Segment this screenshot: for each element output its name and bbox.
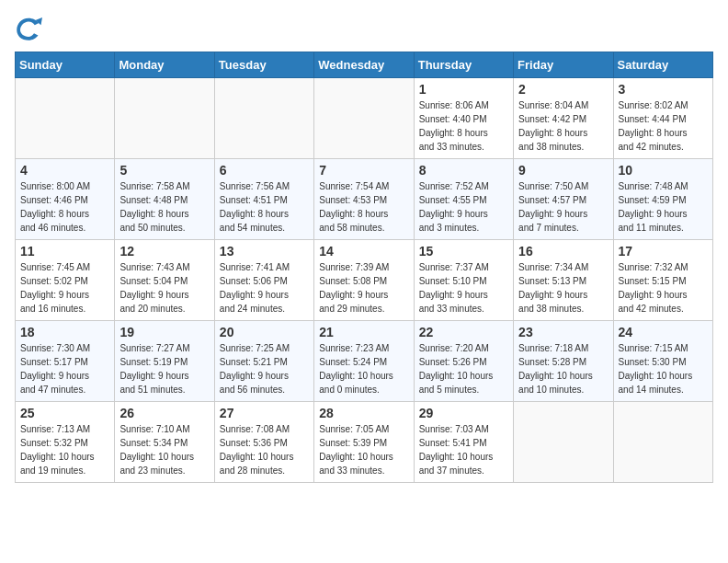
day-detail: Sunrise: 7:25 AM Sunset: 5:21 PM Dayligh… xyxy=(220,341,309,396)
calendar-cell: 28Sunrise: 7:05 AM Sunset: 5:39 PM Dayli… xyxy=(314,402,414,483)
calendar-cell: 18Sunrise: 7:30 AM Sunset: 5:17 PM Dayli… xyxy=(16,321,115,402)
day-number: 5 xyxy=(119,163,209,178)
day-detail: Sunrise: 7:43 AM Sunset: 5:04 PM Dayligh… xyxy=(119,260,209,316)
calendar-cell xyxy=(214,78,313,159)
day-number: 20 xyxy=(220,325,309,339)
calendar-cell: 19Sunrise: 7:27 AM Sunset: 5:19 PM Dayli… xyxy=(115,321,214,402)
logo xyxy=(15,15,46,42)
day-number: 12 xyxy=(119,244,209,259)
day-number: 21 xyxy=(319,325,408,339)
day-detail: Sunrise: 7:50 AM Sunset: 4:57 PM Dayligh… xyxy=(518,179,608,235)
day-detail: Sunrise: 7:13 AM Sunset: 5:32 PM Dayligh… xyxy=(20,422,109,477)
day-detail: Sunrise: 8:06 AM Sunset: 4:40 PM Dayligh… xyxy=(419,98,508,154)
day-number: 26 xyxy=(119,406,209,420)
calendar-cell: 1Sunrise: 8:06 AM Sunset: 4:40 PM Daylig… xyxy=(414,78,513,159)
day-number: 22 xyxy=(419,325,508,339)
day-detail: Sunrise: 7:37 AM Sunset: 5:10 PM Dayligh… xyxy=(419,260,508,316)
day-detail: Sunrise: 7:39 AM Sunset: 5:08 PM Dayligh… xyxy=(319,260,408,316)
weekday-header-wednesday: Wednesday xyxy=(314,52,414,78)
day-number: 10 xyxy=(619,163,708,178)
day-detail: Sunrise: 8:00 AM Sunset: 4:46 PM Dayligh… xyxy=(20,179,109,235)
day-detail: Sunrise: 7:41 AM Sunset: 5:06 PM Dayligh… xyxy=(220,260,309,316)
weekday-header-tuesday: Tuesday xyxy=(214,52,313,78)
day-detail: Sunrise: 7:27 AM Sunset: 5:19 PM Dayligh… xyxy=(119,341,209,396)
weekday-header-monday: Monday xyxy=(115,52,214,78)
day-detail: Sunrise: 7:32 AM Sunset: 5:15 PM Dayligh… xyxy=(619,260,708,316)
day-detail: Sunrise: 7:03 AM Sunset: 5:41 PM Dayligh… xyxy=(419,422,508,477)
calendar-cell xyxy=(514,402,613,483)
day-number: 3 xyxy=(619,82,708,97)
day-number: 4 xyxy=(20,163,109,178)
day-number: 16 xyxy=(518,244,608,259)
day-detail: Sunrise: 7:23 AM Sunset: 5:24 PM Dayligh… xyxy=(319,341,408,396)
logo-icon xyxy=(15,15,42,42)
day-number: 2 xyxy=(518,82,608,97)
calendar-cell: 16Sunrise: 7:34 AM Sunset: 5:13 PM Dayli… xyxy=(514,240,613,321)
day-detail: Sunrise: 8:02 AM Sunset: 4:44 PM Dayligh… xyxy=(619,98,708,154)
calendar-cell: 11Sunrise: 7:45 AM Sunset: 5:02 PM Dayli… xyxy=(16,240,115,321)
calendar-cell: 3Sunrise: 8:02 AM Sunset: 4:44 PM Daylig… xyxy=(613,78,712,159)
weekday-header-sunday: Sunday xyxy=(16,52,115,78)
calendar-cell: 6Sunrise: 7:56 AM Sunset: 4:51 PM Daylig… xyxy=(214,159,313,240)
weekday-header-row: SundayMondayTuesdayWednesdayThursdayFrid… xyxy=(16,52,713,78)
day-detail: Sunrise: 7:30 AM Sunset: 5:17 PM Dayligh… xyxy=(20,341,109,396)
calendar-cell: 10Sunrise: 7:48 AM Sunset: 4:59 PM Dayli… xyxy=(613,159,712,240)
calendar-cell: 5Sunrise: 7:58 AM Sunset: 4:48 PM Daylig… xyxy=(115,159,214,240)
day-number: 11 xyxy=(20,244,109,259)
weekday-header-friday: Friday xyxy=(514,52,613,78)
calendar-cell: 27Sunrise: 7:08 AM Sunset: 5:36 PM Dayli… xyxy=(214,402,313,483)
day-number: 23 xyxy=(518,325,608,339)
calendar-cell: 8Sunrise: 7:52 AM Sunset: 4:55 PM Daylig… xyxy=(414,159,513,240)
day-number: 9 xyxy=(518,163,608,178)
calendar-cell: 25Sunrise: 7:13 AM Sunset: 5:32 PM Dayli… xyxy=(16,402,115,483)
weekday-header-thursday: Thursday xyxy=(414,52,513,78)
day-detail: Sunrise: 7:52 AM Sunset: 4:55 PM Dayligh… xyxy=(419,179,508,235)
calendar-cell xyxy=(613,402,712,483)
day-detail: Sunrise: 7:18 AM Sunset: 5:28 PM Dayligh… xyxy=(518,341,608,396)
calendar-cell: 26Sunrise: 7:10 AM Sunset: 5:34 PM Dayli… xyxy=(115,402,214,483)
day-number: 27 xyxy=(220,406,309,420)
calendar-cell: 2Sunrise: 8:04 AM Sunset: 4:42 PM Daylig… xyxy=(514,78,613,159)
calendar-cell: 15Sunrise: 7:37 AM Sunset: 5:10 PM Dayli… xyxy=(414,240,513,321)
calendar-cell: 14Sunrise: 7:39 AM Sunset: 5:08 PM Dayli… xyxy=(314,240,414,321)
day-detail: Sunrise: 7:56 AM Sunset: 4:51 PM Dayligh… xyxy=(220,179,309,235)
day-detail: Sunrise: 7:15 AM Sunset: 5:30 PM Dayligh… xyxy=(619,341,708,396)
calendar-cell: 21Sunrise: 7:23 AM Sunset: 5:24 PM Dayli… xyxy=(314,321,414,402)
day-detail: Sunrise: 7:20 AM Sunset: 5:26 PM Dayligh… xyxy=(419,341,508,396)
day-detail: Sunrise: 7:48 AM Sunset: 4:59 PM Dayligh… xyxy=(619,179,708,235)
day-number: 14 xyxy=(319,244,408,259)
day-number: 19 xyxy=(119,325,209,339)
calendar-week-2: 11Sunrise: 7:45 AM Sunset: 5:02 PM Dayli… xyxy=(16,240,713,321)
weekday-header-saturday: Saturday xyxy=(613,52,712,78)
day-number: 18 xyxy=(20,325,109,339)
day-number: 6 xyxy=(220,163,309,178)
day-number: 29 xyxy=(419,406,508,420)
day-detail: Sunrise: 7:54 AM Sunset: 4:53 PM Dayligh… xyxy=(319,179,408,235)
calendar-cell: 24Sunrise: 7:15 AM Sunset: 5:30 PM Dayli… xyxy=(613,321,712,402)
calendar-cell xyxy=(16,78,115,159)
calendar-cell: 29Sunrise: 7:03 AM Sunset: 5:41 PM Dayli… xyxy=(414,402,513,483)
calendar-cell xyxy=(115,78,214,159)
day-detail: Sunrise: 8:04 AM Sunset: 4:42 PM Dayligh… xyxy=(518,98,608,154)
calendar-cell: 9Sunrise: 7:50 AM Sunset: 4:57 PM Daylig… xyxy=(514,159,613,240)
calendar-body: 1Sunrise: 8:06 AM Sunset: 4:40 PM Daylig… xyxy=(16,78,713,483)
day-detail: Sunrise: 7:08 AM Sunset: 5:36 PM Dayligh… xyxy=(220,422,309,477)
page-header xyxy=(15,15,713,42)
calendar-cell: 23Sunrise: 7:18 AM Sunset: 5:28 PM Dayli… xyxy=(514,321,613,402)
day-number: 28 xyxy=(319,406,408,420)
calendar-week-3: 18Sunrise: 7:30 AM Sunset: 5:17 PM Dayli… xyxy=(16,321,713,402)
day-number: 15 xyxy=(419,244,508,259)
calendar-week-1: 4Sunrise: 8:00 AM Sunset: 4:46 PM Daylig… xyxy=(16,159,713,240)
calendar-cell: 4Sunrise: 8:00 AM Sunset: 4:46 PM Daylig… xyxy=(16,159,115,240)
day-number: 8 xyxy=(419,163,508,178)
calendar-cell: 13Sunrise: 7:41 AM Sunset: 5:06 PM Dayli… xyxy=(214,240,313,321)
calendar-cell: 22Sunrise: 7:20 AM Sunset: 5:26 PM Dayli… xyxy=(414,321,513,402)
calendar-cell xyxy=(314,78,414,159)
calendar-cell: 20Sunrise: 7:25 AM Sunset: 5:21 PM Dayli… xyxy=(214,321,313,402)
calendar-table: SundayMondayTuesdayWednesdayThursdayFrid… xyxy=(15,52,713,483)
day-number: 24 xyxy=(619,325,708,339)
calendar-week-4: 25Sunrise: 7:13 AM Sunset: 5:32 PM Dayli… xyxy=(16,402,713,483)
day-detail: Sunrise: 7:34 AM Sunset: 5:13 PM Dayligh… xyxy=(518,260,608,316)
day-number: 25 xyxy=(20,406,109,420)
calendar-header: SundayMondayTuesdayWednesdayThursdayFrid… xyxy=(16,52,713,78)
